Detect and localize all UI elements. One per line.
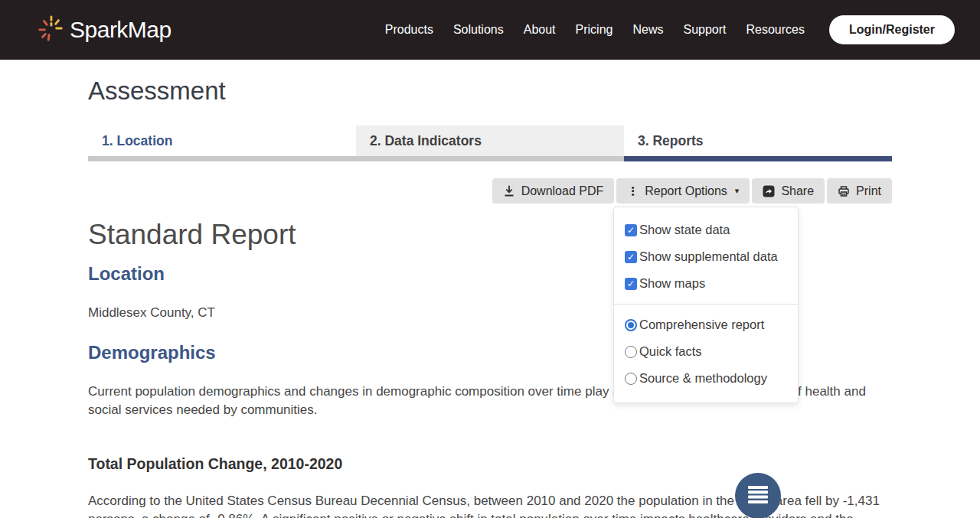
report-toolbar: Download PDF ⋮ Report Options ▾ Share — [88, 178, 892, 204]
chevron-down-icon: ▾ — [735, 186, 740, 196]
menu-divider — [614, 304, 798, 305]
download-pdf-button[interactable]: Download PDF — [492, 178, 615, 204]
option-source-methodology[interactable]: Source & methodology — [614, 365, 798, 392]
vertical-ellipsis-icon: ⋮ — [627, 185, 639, 197]
nav-about[interactable]: About — [524, 23, 556, 37]
option-quick-facts[interactable]: Quick facts — [614, 338, 798, 365]
radio-unselected-icon[interactable] — [625, 346, 637, 358]
hamburger-icon — [747, 485, 769, 507]
share-label: Share — [781, 184, 814, 198]
option-label: Source & methodology — [639, 371, 767, 386]
option-label: Show maps — [639, 276, 705, 291]
print-button[interactable]: Print — [827, 178, 892, 204]
share-icon — [763, 185, 775, 197]
nav-pricing[interactable]: Pricing — [576, 23, 613, 37]
option-label: Show state data — [639, 223, 730, 237]
option-label: Show supplemental data — [639, 249, 778, 264]
nav-resources[interactable]: Resources — [746, 23, 805, 37]
option-label: Comprehensive report — [639, 318, 764, 332]
tab-reports[interactable]: 3. Reports — [624, 125, 892, 161]
option-show-state-data[interactable]: ✓ Show state data — [614, 217, 798, 243]
report-options-button[interactable]: ⋮ Report Options ▾ — [616, 178, 750, 204]
assessment-page: Assessment 1. Location 2. Data Indicator… — [0, 77, 980, 518]
radio-unselected-icon[interactable] — [625, 373, 637, 385]
site-header: SparkMap Products Solutions About Pricin… — [0, 0, 980, 60]
radio-selected-icon[interactable] — [625, 319, 637, 331]
checkbox-checked-icon[interactable]: ✓ — [625, 224, 637, 236]
nav-news[interactable]: News — [632, 23, 663, 37]
option-show-maps[interactable]: ✓ Show maps — [614, 270, 798, 297]
share-button[interactable]: Share — [752, 178, 825, 204]
option-comprehensive-report[interactable]: Comprehensive report — [614, 311, 798, 338]
page-title: Assessment — [88, 77, 892, 106]
report-options-label: Report Options — [645, 184, 727, 198]
assessment-tabs: 1. Location 2. Data Indicators 3. Report… — [88, 125, 892, 161]
checkbox-checked-icon[interactable]: ✓ — [625, 251, 637, 263]
download-icon — [503, 185, 515, 197]
printer-icon — [838, 185, 850, 197]
tab-location[interactable]: 1. Location — [88, 125, 356, 161]
main-nav: Products Solutions About Pricing News Su… — [385, 23, 805, 37]
nav-solutions[interactable]: Solutions — [453, 23, 504, 37]
tab-data-indicators[interactable]: 2. Data Indicators — [356, 125, 624, 161]
nav-products[interactable]: Products — [385, 23, 433, 37]
login-register-button[interactable]: Login/Register — [829, 15, 955, 44]
brand-name: SparkMap — [70, 17, 172, 43]
nav-support[interactable]: Support — [683, 23, 726, 37]
brand-logo[interactable]: SparkMap — [36, 12, 172, 47]
download-pdf-label: Download PDF — [521, 184, 604, 198]
floating-menu-button[interactable] — [735, 473, 781, 518]
option-show-supplemental-data[interactable]: ✓ Show supplemental data — [614, 243, 798, 270]
spark-icon — [36, 12, 65, 47]
option-label: Quick facts — [639, 344, 702, 359]
population-change-heading: Total Population Change, 2010-2020 — [88, 455, 892, 473]
report-options-menu: ✓ Show state data ✓ Show supplemental da… — [613, 207, 799, 403]
print-label: Print — [856, 184, 881, 198]
checkbox-checked-icon[interactable]: ✓ — [625, 278, 637, 290]
